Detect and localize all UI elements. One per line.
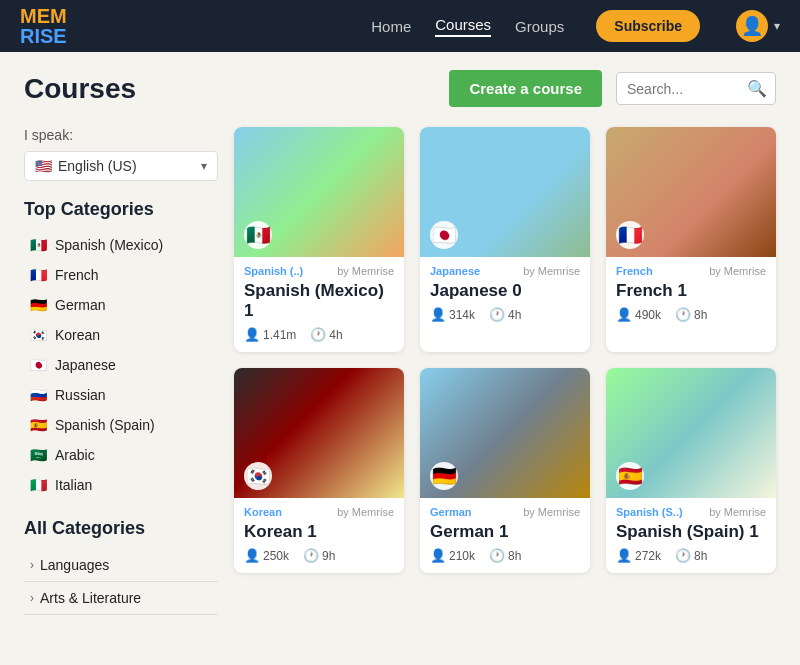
category-label: French	[55, 267, 99, 283]
course-card[interactable]: 🇫🇷 French by Memrise French 1 👤 490k 🕐 8…	[606, 127, 776, 352]
avatar-area[interactable]: 👤 ▾	[736, 10, 780, 42]
clock-icon: 🕐	[489, 307, 505, 322]
course-stats: 👤 250k 🕐 9h	[244, 548, 394, 563]
sidebar-category-item[interactable]: 🇲🇽 Spanish (Mexico)	[24, 230, 218, 260]
course-language: Spanish (S..)	[616, 506, 683, 518]
course-meta: French by Memrise	[616, 265, 766, 277]
sidebar-category-item[interactable]: 🇷🇺 Russian	[24, 380, 218, 410]
course-body: German by Memrise German 1 👤 210k 🕐 8h	[420, 498, 590, 573]
students-icon: 👤	[430, 307, 446, 322]
course-card[interactable]: 🇪🇸 Spanish (S..) by Memrise Spanish (Spa…	[606, 368, 776, 573]
category-label: Italian	[55, 477, 92, 493]
course-meta: Korean by Memrise	[244, 506, 394, 518]
sidebar-category-item[interactable]: 🇰🇷 Korean	[24, 320, 218, 350]
search-box[interactable]: 🔍	[616, 72, 776, 105]
category-label: Korean	[55, 327, 100, 343]
students-value: 272k	[635, 549, 661, 563]
course-stats: 👤 314k 🕐 4h	[430, 307, 580, 322]
arrow-icon: ›	[30, 591, 34, 605]
subscribe-button[interactable]: Subscribe	[596, 10, 700, 42]
course-meta: Spanish (..) by Memrise	[244, 265, 394, 277]
students-value: 250k	[263, 549, 289, 563]
hours-value: 9h	[322, 549, 335, 563]
sidebar-category-item[interactable]: 🇯🇵 Japanese	[24, 350, 218, 380]
course-body: Spanish (..) by Memrise Spanish (Mexico)…	[234, 257, 404, 352]
course-body: Japanese by Memrise Japanese 0 👤 314k 🕐 …	[420, 257, 590, 332]
clock-icon: 🕐	[489, 548, 505, 563]
all-categories-list: › Languages› Arts & Literature	[24, 549, 218, 615]
create-course-button[interactable]: Create a course	[449, 70, 602, 107]
students-icon: 👤	[244, 327, 260, 342]
all-category-label: Arts & Literature	[40, 590, 141, 606]
sidebar-category-item[interactable]: 🇪🇸 Spanish (Spain)	[24, 410, 218, 440]
sidebar-category-item[interactable]: 🇸🇦 Arabic	[24, 440, 218, 470]
course-stats: 👤 490k 🕐 8h	[616, 307, 766, 322]
hours-value: 4h	[329, 328, 342, 342]
hours-value: 8h	[694, 308, 707, 322]
flag-icon: 🇷🇺	[30, 387, 47, 403]
search-input[interactable]	[627, 81, 747, 97]
course-card[interactable]: 🇯🇵 Japanese by Memrise Japanese 0 👤 314k…	[420, 127, 590, 352]
course-by: by Memrise	[523, 506, 580, 518]
course-name: Korean 1	[244, 522, 394, 542]
duration: 🕐 9h	[303, 548, 335, 563]
course-body: Spanish (S..) by Memrise Spanish (Spain)…	[606, 498, 776, 573]
sidebar: I speak: 🇺🇸 English (US) ▾ Top Categorie…	[24, 127, 234, 615]
course-by: by Memrise	[709, 265, 766, 277]
navbar: MEM RISE Home Courses Groups Subscribe 👤…	[0, 0, 800, 52]
course-flag-badge: 🇫🇷	[616, 221, 644, 249]
duration: 🕐 8h	[489, 548, 521, 563]
sidebar-category-item[interactable]: 🇫🇷 French	[24, 260, 218, 290]
student-count: 👤 490k	[616, 307, 661, 322]
course-flag-badge: 🇰🇷	[244, 462, 272, 490]
student-count: 👤 1.41m	[244, 327, 296, 342]
course-card[interactable]: 🇰🇷 Korean by Memrise Korean 1 👤 250k 🕐 9…	[234, 368, 404, 573]
course-image: 🇲🇽	[234, 127, 404, 257]
course-card[interactable]: 🇲🇽 Spanish (..) by Memrise Spanish (Mexi…	[234, 127, 404, 352]
flag-icon: 🇸🇦	[30, 447, 47, 463]
duration: 🕐 8h	[675, 307, 707, 322]
nav-groups[interactable]: Groups	[515, 18, 564, 35]
search-icon: 🔍	[747, 79, 767, 98]
course-image: 🇪🇸	[606, 368, 776, 498]
logo[interactable]: MEM RISE	[20, 6, 67, 46]
flag-icon: 🇲🇽	[30, 237, 47, 253]
course-name: Spanish (Mexico) 1	[244, 281, 394, 321]
course-meta: Japanese by Memrise	[430, 265, 580, 277]
clock-icon: 🕐	[310, 327, 326, 342]
course-flag-badge: 🇯🇵	[430, 221, 458, 249]
language-selector[interactable]: 🇺🇸 English (US) ▾	[24, 151, 218, 181]
nav-home[interactable]: Home	[371, 18, 411, 35]
students-icon: 👤	[616, 548, 632, 563]
course-meta: Spanish (S..) by Memrise	[616, 506, 766, 518]
student-count: 👤 250k	[244, 548, 289, 563]
sidebar-category-item[interactable]: 🇮🇹 Italian	[24, 470, 218, 500]
language-chevron-icon: ▾	[201, 159, 207, 173]
course-card[interactable]: 🇩🇪 German by Memrise German 1 👤 210k 🕐 8…	[420, 368, 590, 573]
category-list: 🇲🇽 Spanish (Mexico)🇫🇷 French🇩🇪 German🇰🇷 …	[24, 230, 218, 500]
category-label: Russian	[55, 387, 106, 403]
language-label: English (US)	[58, 158, 137, 174]
course-flag-badge: 🇲🇽	[244, 221, 272, 249]
course-name: German 1	[430, 522, 580, 542]
all-category-item[interactable]: › Arts & Literature	[24, 582, 218, 615]
course-flag-badge: 🇩🇪	[430, 462, 458, 490]
course-by: by Memrise	[337, 265, 394, 277]
nav-courses[interactable]: Courses	[435, 16, 491, 37]
logo-rise: RISE	[20, 26, 67, 46]
hours-value: 4h	[508, 308, 521, 322]
duration: 🕐 8h	[675, 548, 707, 563]
main-header: Courses Create a course 🔍	[0, 52, 800, 117]
arrow-icon: ›	[30, 558, 34, 572]
students-value: 210k	[449, 549, 475, 563]
course-by: by Memrise	[709, 506, 766, 518]
course-name: Spanish (Spain) 1	[616, 522, 766, 542]
student-count: 👤 210k	[430, 548, 475, 563]
sidebar-category-item[interactable]: 🇩🇪 German	[24, 290, 218, 320]
flag-icon: 🇮🇹	[30, 477, 47, 493]
students-icon: 👤	[430, 548, 446, 563]
content-area: I speak: 🇺🇸 English (US) ▾ Top Categorie…	[0, 117, 800, 625]
course-body: French by Memrise French 1 👤 490k 🕐 8h	[606, 257, 776, 332]
course-flag-badge: 🇪🇸	[616, 462, 644, 490]
all-category-item[interactable]: › Languages	[24, 549, 218, 582]
